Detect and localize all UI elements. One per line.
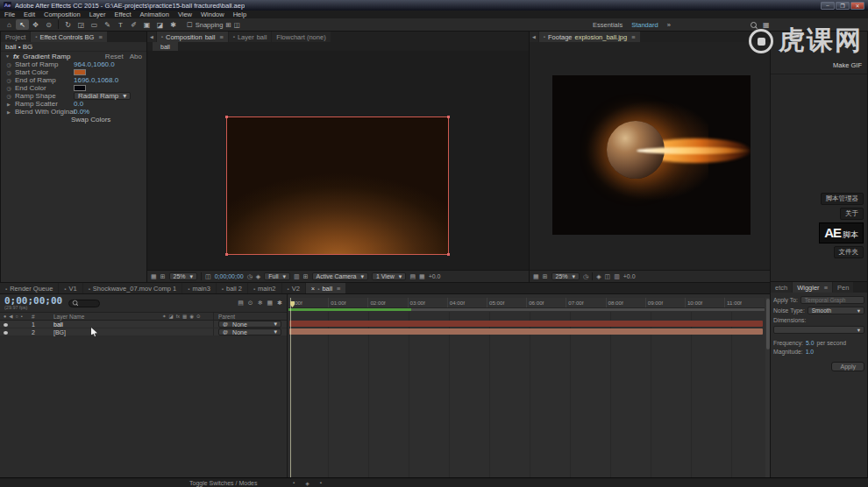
dimensions-dropdown[interactable]: ▾ [773, 326, 864, 334]
composition-viewport[interactable] [147, 51, 529, 270]
zoom-slider-icon[interactable]: ◈ [305, 480, 309, 486]
frequency-value[interactable]: 5.0 [806, 340, 814, 346]
tab-flowchart[interactable]: Flowchart (none) [272, 32, 330, 42]
draft-3d-icon[interactable]: ⊙ [248, 300, 253, 307]
tab-smoother-partial[interactable]: etch [771, 282, 792, 293]
panel-menu-icon[interactable]: ≡ [98, 33, 102, 41]
panel-menu-icon[interactable]: ≡ [631, 33, 635, 41]
layer-name-header[interactable]: Layer Name [53, 314, 162, 320]
menu-file[interactable]: File [0, 11, 19, 18]
motion-blur-icon[interactable]: ▦ [267, 300, 274, 307]
menu-composition[interactable]: Composition [39, 11, 85, 18]
parent-dropdown[interactable]: @ None ▾ [218, 321, 281, 328]
orbit-camera-tool-icon[interactable]: ↻ [61, 19, 75, 30]
stopwatch-icon[interactable]: ◷ [5, 61, 12, 67]
search-workspace-icon[interactable] [751, 22, 758, 29]
twirl-closed-icon[interactable]: ▶ [5, 102, 12, 107]
composition-canvas[interactable] [226, 116, 449, 255]
folder-button[interactable]: 文件夹 [834, 246, 864, 258]
layer-bar-ball[interactable] [289, 321, 763, 327]
graph-editor-icon[interactable]: ✱ [277, 300, 282, 307]
grid-icon[interactable]: ⊞ [543, 273, 548, 280]
about-button[interactable]: 关于 [840, 208, 864, 220]
current-time-display[interactable]: 0;00;00;00 [215, 273, 244, 279]
blend-with-original-value[interactable]: 0.0% [74, 108, 89, 116]
close-button[interactable]: ✕ [850, 2, 864, 10]
effect-name[interactable]: Gradient Ramp [23, 53, 70, 60]
parent-dropdown[interactable]: @ None ▾ [218, 328, 281, 335]
timeline-search-input[interactable] [68, 300, 100, 307]
view-layout-dropdown[interactable]: 1 View ▾ [372, 272, 406, 280]
stopwatch-icon[interactable]: ◷ [5, 85, 12, 91]
clone-stamp-tool-icon[interactable]: ▣ [140, 19, 153, 30]
tab-effect-controls[interactable]: ▪ Effect Controls BG ≡ [31, 32, 107, 42]
stopwatch-icon[interactable]: ◷ [5, 93, 12, 99]
home-tool-icon[interactable]: ⌂ [3, 19, 16, 30]
tab-comp-shockwave[interactable]: ▪ Shockwave_07.mov Comp 1 [83, 283, 182, 294]
mask-visibility-icon[interactable]: ◫ [205, 273, 211, 280]
toggle-switches-button[interactable]: Toggle Switches / Modes [189, 480, 257, 486]
viewer-tab-ball[interactable]: ball [153, 42, 178, 51]
grid-icon[interactable]: ⊞ [160, 273, 166, 280]
stopwatch-icon[interactable]: ◷ [5, 69, 12, 75]
pen-tool-icon[interactable]: ✎ [101, 19, 114, 30]
tab-footage[interactable]: ▪ Footage explosion_ball.jpg ≡ [539, 32, 640, 42]
timeline-track-area[interactable]: 0:00f 01:00f 02:00f 03:00f 04:00f 05:00f… [288, 294, 771, 477]
selection-handle[interactable] [225, 253, 228, 256]
parent-column-header[interactable]: Parent [213, 313, 287, 320]
transparency-grid-icon[interactable]: ⊞ [303, 273, 309, 280]
exposure-value[interactable]: +0.0 [429, 273, 441, 279]
footage-viewport[interactable] [530, 42, 770, 270]
layer-name[interactable]: [BG] [53, 329, 162, 335]
workspace-standard[interactable]: Standard [631, 21, 658, 29]
layer-duration-tracks[interactable] [288, 312, 765, 477]
visibility-eye-icon[interactable] [4, 331, 8, 335]
tab-comp-ball2[interactable]: ▪ ball 2 [217, 283, 247, 294]
brush-tool-icon[interactable]: ✐ [127, 19, 140, 30]
apply-button[interactable]: Apply [831, 362, 864, 371]
mask-shape-tool-icon[interactable]: ▭ [88, 19, 101, 30]
camera-dropdown[interactable]: Active Camera ▾ [312, 272, 368, 280]
snap-option-icon[interactable]: ⊞ [225, 21, 231, 29]
exposure-value[interactable]: +0.0 [623, 273, 636, 279]
noise-type-dropdown[interactable]: Smooth ▾ [808, 307, 864, 314]
tab-comp-main2[interactable]: ▪ main2 [248, 283, 281, 294]
effect-about-link[interactable]: Abo [130, 53, 142, 60]
tab-wiggler[interactable]: Wiggler ≡ [793, 282, 832, 293]
magnitude-value[interactable]: 1.0 [806, 349, 814, 355]
workspace-essentials[interactable]: Essentials [593, 21, 623, 29]
snap-angle-icon[interactable]: ◫ [234, 21, 240, 29]
tab-project[interactable]: Project [1, 32, 30, 42]
expand-layers-icon[interactable]: ▪ [293, 480, 295, 486]
start-of-ramp-value[interactable]: 964.0,1060.0 [74, 60, 115, 68]
channels-icon[interactable]: ◈ [256, 273, 260, 280]
composition-mini-flowchart-icon[interactable]: ▤ [238, 300, 244, 307]
tab-render-queue[interactable]: ▪ Render Queue [0, 283, 58, 294]
scrollbar-thumb[interactable] [766, 299, 770, 349]
tab-comp-ball-active[interactable]: × ▪ ball ≡ [306, 283, 346, 294]
tab-scroll-left[interactable]: ◀ [147, 32, 156, 42]
tab-composition-ball[interactable]: ▪ Composition ball ≡ [157, 32, 228, 42]
tab-layer-ball[interactable]: ▪ Layer ball [229, 32, 272, 42]
zoom-tool-icon[interactable]: ⊙ [42, 19, 55, 30]
effect-reset-link[interactable]: Reset [105, 53, 124, 60]
snapshot-icon[interactable]: ◷ [247, 273, 253, 280]
magnification-dropdown[interactable]: 25% ▾ [169, 272, 198, 280]
eraser-tool-icon[interactable]: ◪ [153, 19, 167, 30]
layout-icon[interactable]: ▦ [763, 21, 770, 29]
magnification-dropdown[interactable]: 25% ▾ [551, 272, 580, 280]
layer-bar-bg[interactable] [289, 328, 763, 335]
close-tab-icon[interactable]: × [311, 285, 315, 293]
pickwhip-icon[interactable]: @ [223, 329, 228, 335]
time-ruler[interactable]: 0:00f 01:00f 02:00f 03:00f 04:00f 05:00f… [288, 298, 765, 308]
tab-comp-v2[interactable]: ▪ V2 [282, 283, 305, 294]
selection-tool-icon[interactable]: ↖ [16, 19, 29, 30]
start-color-swatch[interactable] [74, 69, 86, 75]
minimize-button[interactable]: – [821, 2, 835, 10]
ruler-icon[interactable]: ▥ [614, 273, 620, 280]
frame-blending-icon[interactable]: ❄ [258, 300, 263, 307]
swap-colors-button[interactable]: Swap Colors [71, 116, 110, 124]
safe-frames-icon[interactable]: ▦ [533, 273, 539, 280]
stopwatch-icon[interactable]: ◷ [5, 77, 12, 83]
type-tool-icon[interactable]: T [114, 19, 127, 30]
